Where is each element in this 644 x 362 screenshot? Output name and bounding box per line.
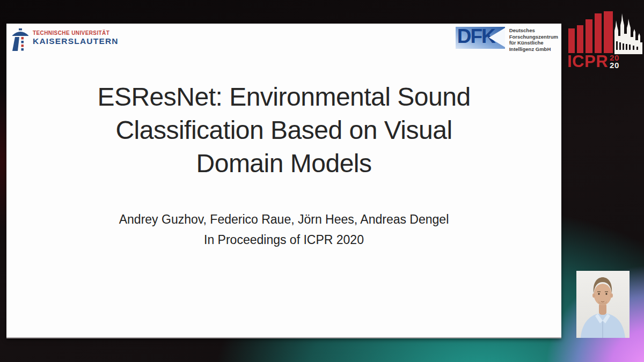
tukl-line1: TECHNISCHE UNIVERSITÄT [33, 30, 119, 36]
icpr-wordmark: ICPR 20 20 [567, 53, 619, 70]
dfki-text-line: Deutsches [509, 27, 558, 34]
slide-title-line: Classification Based on Visual [6, 114, 561, 147]
slide-title: ESResNet: Environmental Sound Classifica… [6, 80, 561, 180]
presenter-portrait [576, 330, 630, 338]
dfki-logo-icon: DFK [456, 27, 505, 49]
icpr-2020-logo: ICPR 20 20 [565, 3, 643, 77]
presenter-webcam [576, 271, 630, 338]
dfki-logo: DFK Deutsches Forschungszentrum für Küns… [456, 27, 558, 52]
dfki-text-line: für Künstliche [509, 40, 558, 46]
dfki-text-line: Intelligenz GmbH [509, 46, 558, 53]
tukl-line2: KAISERSLAUTERN [33, 36, 119, 46]
tu-kaiserslautern-column-icon [12, 28, 29, 53]
dfki-triangle-icon [489, 28, 505, 47]
dfki-wordmark: Deutsches Forschungszentrum für Künstlic… [509, 27, 558, 52]
video-frame: TECHNISCHE UNIVERSITÄT KAISERSLAUTERN DF… [0, 0, 644, 362]
slide-proceedings: In Proceedings of ICPR 2020 [6, 232, 561, 248]
slide-authors: Andrey Guzhov, Federico Raue, Jörn Hees,… [6, 211, 561, 227]
icpr-year-bottom: 20 [610, 62, 619, 69]
dfki-text-line: Forschungszentrum [509, 34, 558, 40]
icpr-year: 20 20 [610, 53, 619, 69]
slide-title-line: Domain Models [6, 147, 561, 180]
slide-title-line: ESResNet: Environmental Sound [6, 80, 561, 114]
icpr-name: ICPR [567, 53, 608, 70]
tu-kaiserslautern-wordmark: TECHNISCHE UNIVERSITÄT KAISERSLAUTERN [33, 28, 119, 46]
tu-kaiserslautern-logo: TECHNISCHE UNIVERSITÄT KAISERSLAUTERN [12, 28, 119, 53]
presentation-slide: TECHNISCHE UNIVERSITÄT KAISERSLAUTERN DF… [6, 24, 561, 337]
